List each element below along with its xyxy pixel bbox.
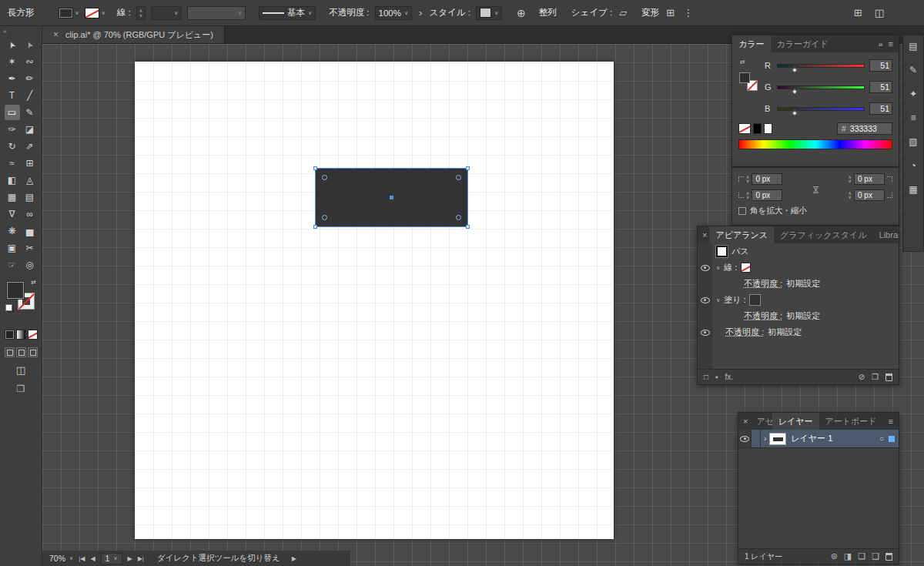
tab-appearance[interactable]: アピアランス	[709, 226, 774, 243]
rectangle-tool[interactable]: ▭	[5, 105, 20, 120]
anchor-bottom-left[interactable]	[313, 225, 317, 229]
lasso-tool[interactable]: ∾	[22, 54, 38, 69]
add-stroke-icon[interactable]: □	[704, 373, 708, 381]
pen-tool[interactable]: ✒	[5, 71, 20, 86]
draw-inside-button[interactable]	[28, 347, 38, 357]
pencil-tool[interactable]: ✑	[5, 122, 20, 137]
perspective-grid-tool[interactable]: ◬	[22, 172, 38, 188]
magic-wand-tool[interactable]: ✶	[5, 54, 20, 69]
stroke-panel-icon[interactable]: ≡	[910, 112, 916, 123]
paintbrush-tool[interactable]: ✎	[22, 105, 38, 120]
first-artboard-button[interactable]: |◀	[79, 555, 85, 562]
fill-proxy[interactable]	[739, 72, 750, 83]
tab-color[interactable]: カラー	[732, 35, 771, 52]
scale-corners-checkbox[interactable]	[738, 207, 746, 215]
color-spectrum-bar[interactable]	[738, 139, 892, 149]
transform-button[interactable]: 変形	[641, 7, 659, 18]
fill-opacity-row[interactable]: 不透明度 : 初期設定	[698, 308, 899, 324]
opacity-dropdown[interactable]: 100% ∨	[375, 6, 413, 20]
corner-widget-top-right[interactable]	[456, 175, 461, 180]
links-panel-icon[interactable]: ▦	[909, 184, 917, 195]
layer-row[interactable]: › レイヤー 1 ○	[738, 430, 899, 448]
eyedropper-tool[interactable]: ∇	[5, 206, 20, 222]
opacity-link-label[interactable]: 不透明度 :	[744, 310, 782, 322]
workspace-grid-icon[interactable]: ⊞	[854, 7, 862, 18]
workspace-panel-icon[interactable]: ◫	[875, 7, 884, 18]
scale-tool[interactable]: ⇗	[22, 139, 38, 154]
corner-widget-bottom-right[interactable]	[456, 215, 461, 220]
white-swatch[interactable]	[764, 123, 772, 134]
zoom-tool[interactable]: ◎	[22, 257, 38, 273]
slice-tool[interactable]: ✂	[22, 240, 38, 256]
variable-width-dropdown[interactable]: ∨	[187, 6, 246, 20]
corner-top-right-stepper[interactable]: ∧ ∨	[849, 176, 852, 183]
tab-artboards[interactable]: アートボード	[819, 413, 883, 430]
gradient-button[interactable]	[16, 330, 26, 340]
stroke-style-dropdown[interactable]: 基本 ∨	[259, 6, 316, 20]
direct-selection-tool[interactable]: ➤	[22, 37, 38, 52]
corner-bottom-left-stepper[interactable]: ∧ ∨	[746, 192, 749, 199]
gradient-panel-icon[interactable]: ▧	[909, 136, 917, 147]
panel-menu-icon[interactable]: ≡	[889, 417, 893, 426]
locate-object-icon[interactable]: ⊚	[831, 551, 838, 561]
swap-fill-stroke-icon[interactable]: ⇄	[740, 59, 745, 65]
duplicate-item-icon[interactable]: ❐	[872, 373, 879, 381]
path-opacity-row[interactable]: 不透明度 : 初期設定	[698, 324, 899, 340]
default-fill-stroke-icon[interactable]	[5, 304, 12, 311]
anchor-bottom-right[interactable]	[466, 225, 470, 229]
green-slider-thumb[interactable]	[792, 88, 798, 94]
status-expand-icon[interactable]: ▶	[292, 555, 296, 562]
corner-bottom-right-field[interactable]: 0 px	[854, 189, 885, 201]
artboard-number-dropdown[interactable]: 1 ∨	[101, 553, 122, 564]
add-effect-button[interactable]: fx.	[725, 373, 734, 381]
blue-slider-thumb[interactable]	[792, 109, 798, 116]
red-slider-thumb[interactable]	[792, 66, 798, 72]
delete-layer-icon[interactable]	[886, 553, 892, 561]
swap-fill-stroke-icon[interactable]: ⇄	[31, 279, 36, 286]
fill-color-swatch[interactable]	[750, 295, 760, 305]
new-sublayer-icon[interactable]: ❏	[858, 551, 865, 561]
eye-icon[interactable]	[701, 265, 710, 271]
red-slider[interactable]	[777, 64, 865, 68]
curvature-tool[interactable]: ✏	[22, 71, 38, 86]
tab-graphic-styles[interactable]: グラフィックスタイル	[774, 226, 873, 243]
layer-name[interactable]: レイヤー 1	[791, 433, 832, 444]
corner-widget-top-left[interactable]	[322, 175, 327, 180]
shape-builder-tool[interactable]: ◧	[5, 172, 20, 188]
eye-icon[interactable]	[740, 436, 749, 442]
stroke-color-control[interactable]: ∨	[85, 8, 105, 18]
close-panel-icon[interactable]: ×	[698, 230, 709, 239]
previous-artboard-button[interactable]: ◀	[90, 555, 95, 562]
blend-tool[interactable]: ∞	[22, 206, 38, 222]
close-panel-icon[interactable]: ×	[738, 417, 750, 426]
fill-color-control[interactable]: ∨	[59, 8, 79, 18]
width-tool[interactable]: ≈	[5, 156, 20, 171]
hand-tool[interactable]: ☞	[5, 257, 20, 273]
expand-layer-icon[interactable]: ›	[761, 434, 769, 443]
stroke-none-swatch[interactable]	[741, 263, 751, 273]
next-artboard-button[interactable]: ▶	[128, 555, 132, 562]
link-corners-icon[interactable]: ⋈	[811, 186, 821, 194]
close-tab-icon[interactable]: ×	[53, 29, 59, 40]
symbols-panel-icon[interactable]: ✦	[909, 89, 917, 99]
opacity-link-label[interactable]: 不透明度 :	[744, 278, 782, 290]
edit-toolbar-icon[interactable]: ❐	[17, 383, 25, 394]
none-button[interactable]	[28, 330, 38, 340]
clear-appearance-icon[interactable]: ⊘	[859, 373, 865, 381]
green-value-field[interactable]: 51	[869, 81, 892, 93]
graph-tool[interactable]: ▅	[22, 223, 38, 239]
last-artboard-button[interactable]: ▶|	[138, 555, 144, 562]
mesh-tool[interactable]: ▦	[5, 189, 20, 205]
line-segment-tool[interactable]: ╱	[22, 88, 38, 103]
swatches-panel-icon[interactable]: ▤	[909, 41, 917, 52]
chevron-down-icon[interactable]: ∨	[716, 297, 720, 303]
document-tab[interactable]: × clip.ai* @ 70% (RGB/GPU プレビュー)	[42, 26, 225, 43]
tab-layers[interactable]: レイヤー	[772, 413, 819, 430]
transform-grid-icon[interactable]: ⊞	[665, 7, 676, 18]
tab-asset-export[interactable]: アセットの	[750, 413, 772, 430]
anchor-top-left[interactable]	[313, 166, 317, 170]
appearance-path-row[interactable]: パス	[698, 243, 899, 260]
transparency-panel-icon[interactable]: ◔	[910, 160, 916, 171]
center-point-handle[interactable]	[390, 196, 393, 199]
rotate-tool[interactable]: ↻	[5, 139, 20, 154]
